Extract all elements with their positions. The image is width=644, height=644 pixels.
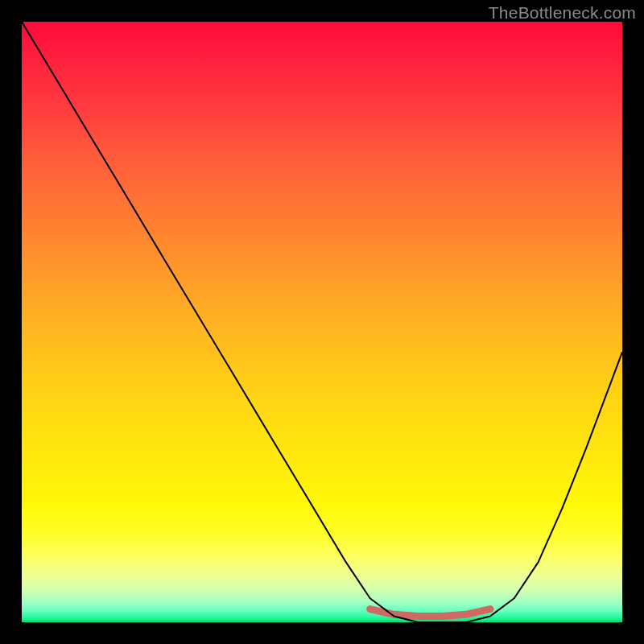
plot-area	[22, 22, 622, 622]
chart-frame: TheBottleneck.com	[0, 0, 644, 644]
curve-layer	[22, 22, 622, 622]
bottleneck-curve	[22, 22, 622, 622]
watermark-text: TheBottleneck.com	[489, 3, 636, 23]
